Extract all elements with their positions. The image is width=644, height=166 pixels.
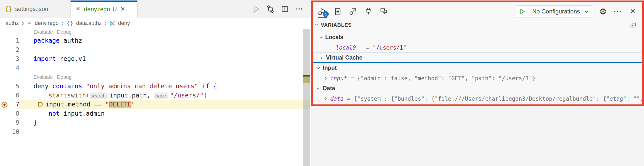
line-content: } bbox=[34, 118, 37, 127]
tab-label: deny.rego bbox=[84, 6, 110, 13]
plug-icon[interactable] bbox=[362, 6, 374, 18]
collapse-all-icon[interactable] bbox=[629, 21, 637, 30]
variables-title: VARIABLES bbox=[321, 22, 352, 28]
codelens-debug-link[interactable]: Debug bbox=[57, 29, 72, 35]
breadcrumb: authz › deny.rego › {} data.authz › [⊘] … bbox=[0, 18, 316, 28]
tab-deny-rego[interactable]: deny.rego U ✕ bbox=[70, 0, 138, 18]
line-content: import rego.v1 bbox=[34, 54, 86, 63]
line-content: deny contains "only admins can delete us… bbox=[34, 82, 217, 91]
code-line-4[interactable]: 4 bbox=[0, 63, 310, 73]
line-number: 3 bbox=[0, 54, 20, 63]
chevron-down-icon bbox=[316, 86, 321, 91]
breadcrumb-item-file[interactable]: deny.rego bbox=[35, 20, 59, 26]
rego-file-icon bbox=[27, 20, 32, 26]
gear-icon[interactable]: ⚙ bbox=[598, 7, 608, 17]
tab-label: settings.json bbox=[15, 6, 48, 13]
compare-changes-icon[interactable] bbox=[266, 5, 275, 14]
line-number: 10 bbox=[0, 127, 20, 137]
scope-label: Data bbox=[323, 85, 335, 92]
indent-guide bbox=[34, 91, 34, 118]
line-number: 6 bbox=[0, 91, 20, 100]
chevron-right-icon: › bbox=[62, 20, 64, 27]
variable-row-__local0__[interactable]: __local0__ = "/users/1" bbox=[313, 42, 642, 53]
code-line-2[interactable]: 2 bbox=[0, 45, 310, 55]
scope-row-input[interactable]: Input bbox=[313, 63, 642, 73]
run-or-debug-icon[interactable] bbox=[252, 5, 260, 14]
line-number: 2 bbox=[0, 45, 20, 55]
chevron-right-icon bbox=[323, 76, 328, 81]
code-line-3[interactable]: 3import rego.v1 bbox=[0, 54, 310, 63]
chevron-down-icon bbox=[318, 35, 323, 40]
line-number: 8 bbox=[0, 109, 20, 118]
variable-text: data = {"system": {"bundles": {"file:///… bbox=[330, 96, 642, 102]
debug-console-icon[interactable] bbox=[347, 6, 359, 18]
scope-label: Locals bbox=[325, 34, 343, 41]
debug-count-badge: 1 bbox=[323, 11, 329, 17]
editor-actions-toolbar bbox=[252, 0, 310, 18]
breadcrumb-item-authz[interactable]: authz bbox=[6, 20, 19, 26]
breadcrumb-item-rule[interactable]: deny bbox=[118, 20, 130, 26]
close-tab-icon[interactable]: ✕ bbox=[120, 6, 125, 13]
code-editor[interactable]: Evaluate | Debug1package authz23import r… bbox=[0, 28, 310, 137]
chevron-right-icon bbox=[319, 55, 324, 60]
variable-text: __local0__ = "/users/1" bbox=[329, 44, 406, 51]
namespace-icon: {} bbox=[66, 20, 73, 26]
code-line-9[interactable]: 9} bbox=[0, 118, 310, 127]
line-content: input.method == "DELETE" bbox=[34, 100, 135, 109]
chevron-right-icon: › bbox=[22, 20, 24, 27]
line-content: package authz bbox=[34, 36, 82, 45]
line-number: 4 bbox=[0, 63, 20, 73]
chevron-right-icon: › bbox=[104, 20, 106, 27]
code-line-7[interactable]: 7 input.method == "DELETE" bbox=[0, 100, 310, 109]
config-dropdown[interactable]: No Configurations bbox=[528, 8, 584, 15]
line-content: not input.admin bbox=[34, 109, 104, 118]
code-line-10[interactable]: 10 bbox=[0, 127, 310, 137]
json-file-icon: {} bbox=[5, 6, 12, 13]
code-line-6[interactable]: 6 startswith(search:input.path, base:"/u… bbox=[0, 91, 310, 100]
codelens-evaluate-link[interactable]: Evaluate bbox=[34, 29, 53, 35]
tab-bar: {} settings.json deny.rego U ✕ bbox=[0, 0, 310, 18]
rego-file-icon bbox=[76, 6, 81, 13]
split-editor-icon[interactable] bbox=[280, 5, 289, 14]
variable-text: input = {"admin": false, "method": "GET"… bbox=[330, 75, 536, 81]
chevron-down-icon[interactable] bbox=[584, 8, 593, 15]
codelens-separator: | bbox=[53, 29, 57, 35]
active-view-underline bbox=[318, 17, 327, 18]
chevron-down-icon bbox=[316, 65, 321, 70]
debug-side-panel: 1 bbox=[311, 1, 644, 106]
scope-row-virtual-cache[interactable]: Virtual Cache bbox=[313, 53, 642, 63]
close-panel-icon[interactable]: ✕ bbox=[628, 7, 638, 17]
launch-config-control: No Configurations bbox=[516, 6, 593, 18]
codelens-separator: | bbox=[53, 74, 57, 80]
vscode-window: {} settings.json deny.rego U ✕ bbox=[0, 0, 644, 166]
active-tab-indicator bbox=[70, 1, 138, 2]
variables-tree: Locals__local0__ = "/users/1"Virtual Cac… bbox=[313, 31, 642, 104]
chevron-right-icon bbox=[323, 96, 328, 101]
editor-scrollbar[interactable] bbox=[303, 29, 310, 166]
codelens-debug-link[interactable]: Debug bbox=[57, 74, 72, 80]
tab-settings-json[interactable]: {} settings.json bbox=[0, 0, 70, 18]
notebook-icon[interactable] bbox=[332, 6, 344, 18]
scope-row-locals[interactable]: Locals bbox=[313, 32, 642, 42]
variable-row-input[interactable]: input = {"admin": false, "method": "GET"… bbox=[313, 73, 642, 83]
chevron-down-icon bbox=[314, 22, 319, 28]
code-line-8[interactable]: 8 not input.admin bbox=[0, 109, 310, 118]
scope-row-data[interactable]: Data bbox=[313, 83, 642, 94]
line-number: 7 bbox=[0, 100, 20, 109]
start-debug-icon[interactable] bbox=[516, 6, 528, 17]
variable-row-data[interactable]: data = {"system": {"bundles": {"file:///… bbox=[313, 94, 642, 104]
line-number: 5 bbox=[0, 82, 20, 91]
codelens-row: Evaluate | Debug bbox=[0, 72, 310, 82]
more-actions-icon[interactable]: ··· bbox=[613, 7, 623, 17]
comments-icon[interactable] bbox=[378, 6, 390, 18]
code-line-1[interactable]: 1package authz bbox=[0, 36, 310, 45]
variables-section-header[interactable]: VARIABLES bbox=[313, 19, 642, 31]
breadcrumb-item-package[interactable]: data.authz bbox=[76, 20, 102, 26]
panel-view-icons: 1 bbox=[316, 6, 390, 18]
codelens-evaluate-link[interactable]: Evaluate bbox=[34, 74, 53, 80]
debug-alt-icon[interactable]: 1 bbox=[316, 6, 328, 18]
code-line-5[interactable]: 5deny contains "only admins can delete u… bbox=[0, 82, 310, 91]
more-actions-icon[interactable] bbox=[295, 5, 304, 14]
rule-symbol-icon: [⊘] bbox=[110, 20, 115, 26]
debug-hint-icon[interactable] bbox=[37, 101, 46, 108]
